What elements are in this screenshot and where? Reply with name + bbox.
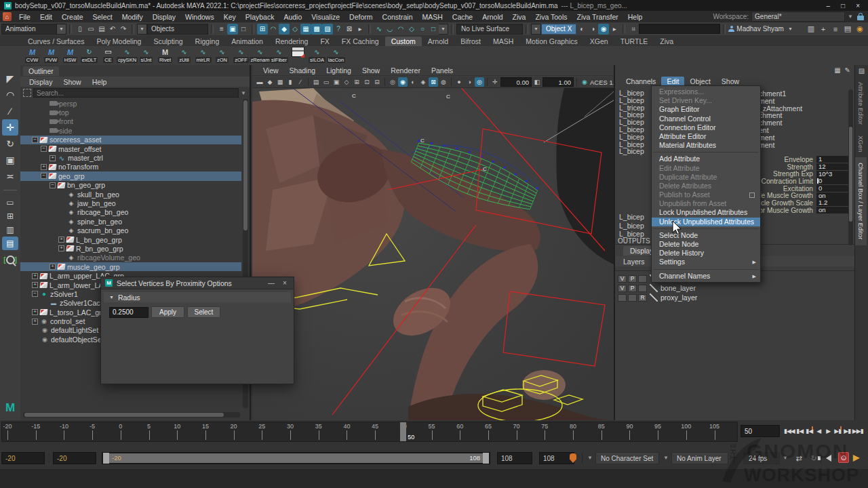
shelf-tab-arnold[interactable]: Arnold <box>422 37 454 46</box>
range-slider-bar[interactable] <box>103 453 489 463</box>
dialog-minimize-button[interactable]: — <box>267 279 276 287</box>
lights-icon[interactable]: ◇ <box>342 77 351 87</box>
expand-toggle-icon[interactable]: + <box>50 155 56 161</box>
expand-toggle-icon[interactable]: − <box>41 146 47 152</box>
outliner-menu-help[interactable]: Help <box>87 78 112 86</box>
outliner-item-geo-grp[interactable]: −geo_grp <box>20 171 241 180</box>
current-frame-field[interactable]: 50 <box>741 425 780 437</box>
undo-icon[interactable]: ↶ <box>107 24 118 35</box>
outliner-filter-icon[interactable] <box>23 89 31 97</box>
range-end-handle[interactable] <box>483 453 489 464</box>
shelf-tab-mash[interactable]: MASH <box>487 37 519 46</box>
shelf-item-mirlr[interactable]: ∿mirLR <box>194 47 212 65</box>
highlight-selection-icon[interactable]: ▸ <box>355 24 366 35</box>
menu-help[interactable]: Help <box>623 13 648 21</box>
command-input-field[interactable] <box>639 24 720 34</box>
screen-space-ao-icon[interactable]: ⊡ <box>362 77 372 87</box>
channel-grid-icon[interactable]: ▦ <box>834 66 840 74</box>
outliner-item-muscle-geo-grp[interactable]: +muscle_geo_grp <box>20 262 241 271</box>
sidebar-tab-attribute-editor[interactable]: Attribute Editor <box>855 77 867 130</box>
expand-toggle-icon[interactable]: + <box>32 319 38 325</box>
history-toggle-icon[interactable]: □ <box>428 24 439 35</box>
track-selection-icon[interactable]: ◐ <box>576 24 587 35</box>
open-scene-icon[interactable]: ▭ <box>85 24 96 35</box>
outliner-search-dropdown-icon[interactable]: ▼ <box>241 90 248 96</box>
color-management-icon[interactable]: ◉ <box>580 77 589 87</box>
shelf-item-rivet[interactable]: MRivet <box>156 47 174 65</box>
shelf-item-zutil[interactable]: ∿zUtil <box>175 47 193 65</box>
shelf-tab-turtle[interactable]: TURTLE <box>614 37 654 46</box>
scale-tool[interactable]: ▣ <box>2 152 18 168</box>
expand-toggle-icon[interactable]: − <box>32 291 38 297</box>
shelf-item-cpyskn[interactable]: ∿cpySKN <box>118 47 136 65</box>
anim-layer-arrow-icon[interactable]: ▼ <box>663 455 669 461</box>
channel-box-menu-channels[interactable]: Channels <box>620 77 661 86</box>
selection-mask-arrow-icon[interactable]: ▼ <box>137 24 147 35</box>
layer-display-type-toggle[interactable] <box>638 275 647 283</box>
wireframe-on-shaded-icon[interactable]: ◉ <box>398 77 408 87</box>
plane-icon[interactable]: ◑ <box>465 77 474 87</box>
construction-history-icon[interactable]: ◠ <box>395 24 406 35</box>
surface-snap-icon[interactable]: ○ <box>417 24 428 35</box>
channel-box-menu-show[interactable]: Show <box>716 77 745 86</box>
move-tool[interactable]: ✛ <box>2 119 18 136</box>
shelf-item-hsw[interactable]: MHSW <box>61 47 79 65</box>
shelf-item-exdlt[interactable]: ↻exDLT <box>80 47 98 65</box>
outliner-item-jaw-bn-geo[interactable]: ◈jaw_bn_geo <box>20 199 241 207</box>
channel-node-name[interactable]: L_bicep <box>619 97 644 104</box>
menu-ziva-tools[interactable]: Ziva Tools <box>530 13 572 21</box>
textured-icon[interactable]: ▣ <box>332 77 341 87</box>
menu-create[interactable]: Create <box>57 13 88 21</box>
time-slider-ruler[interactable]: -20-15-10-505101520253035404550556065707… <box>1 422 738 442</box>
playback-start-field[interactable]: -20 <box>53 452 96 464</box>
channel-box-menu-object[interactable]: Object <box>684 77 715 86</box>
isolate-select-icon[interactable]: ● <box>454 77 464 87</box>
menu-item-select-node[interactable]: Select Node <box>652 231 760 240</box>
expand-toggle-icon[interactable]: − <box>32 137 38 143</box>
menu-display[interactable]: Display <box>148 13 180 21</box>
audio-mute-icon[interactable] <box>826 455 831 462</box>
shaded-icon[interactable]: ▭ <box>321 77 331 87</box>
outliner-item-master-offset[interactable]: −master_offset <box>20 144 241 153</box>
attribute-value-field[interactable]: 1 <box>816 156 849 163</box>
radius-input[interactable]: 0.2500 <box>109 307 149 318</box>
snap-projected-center-icon[interactable]: ◇ <box>290 24 300 35</box>
radius-section-header[interactable]: ▼ Radius <box>104 292 291 302</box>
layout-two-pane-button[interactable]: ▥ <box>2 223 18 237</box>
menu-file[interactable]: File <box>14 13 35 21</box>
shelf-tab-motion-graphics[interactable]: Motion Graphics <box>519 37 583 46</box>
expand-toggle-icon[interactable]: + <box>58 237 64 243</box>
viewport-menu-shading[interactable]: Shading <box>284 66 321 75</box>
expand-toggle-icon[interactable]: + <box>50 264 56 270</box>
displacement-icon[interactable]: ◎ <box>388 77 397 87</box>
outliner-item-ribcage-bn-geo[interactable]: ◈ribcage_bn_geo <box>20 208 241 217</box>
menu-key[interactable]: Key <box>219 13 241 21</box>
menu-mash[interactable]: MASH <box>418 13 448 21</box>
layout-single-pane-button[interactable]: ▭ <box>2 196 18 209</box>
shelf-item-cvw[interactable]: MCVW <box>23 47 41 65</box>
anim-layer-selector[interactable]: No Anim Layer <box>671 452 728 464</box>
outliner-item-sorceress-asset[interactable]: −sorceress_asset <box>20 136 241 144</box>
snap-point-icon[interactable]: ◆ <box>279 24 290 35</box>
shelf-item-zrenam[interactable]: ∿zRenam <box>251 47 269 65</box>
shelf-item-sijnt[interactable]: ∿sIJnt <box>137 47 155 65</box>
menu-windows[interactable]: Windows <box>180 13 219 21</box>
menu-item-add-attribute[interactable]: Add Attribute <box>652 155 760 163</box>
render-view-icon[interactable]: ▥ <box>806 24 816 35</box>
input-connections-icon[interactable]: ∿ <box>374 24 384 35</box>
outliner-menu-display[interactable]: Display <box>24 78 57 86</box>
shelf-item-siloa[interactable]: ∿sILOA <box>308 47 326 65</box>
attribute-value-field[interactable]: on <box>816 192 849 199</box>
outliner-item-side[interactable]: side <box>20 126 241 135</box>
expand-toggle-icon[interactable]: + <box>58 245 64 251</box>
fps-arrow-icon[interactable]: ▼ <box>783 455 788 461</box>
gamma-icon[interactable]: ◧ <box>532 77 542 87</box>
channel-node-name[interactable]: L_bicep <box>619 134 644 141</box>
lighting-icon[interactable]: ◍ <box>439 77 448 87</box>
make-live-icon[interactable]: ▩ <box>311 24 322 35</box>
menu-arnold[interactable]: Arnold <box>477 13 507 21</box>
shelf-tab-animation[interactable]: Animation <box>225 37 269 46</box>
outliner-item-r-bn-geo-grp[interactable]: +R_bn_geo_grp <box>20 244 241 253</box>
two-sided-icon[interactable]: ◈ <box>418 77 428 87</box>
character-set-selector[interactable]: No Character Set <box>595 452 659 464</box>
